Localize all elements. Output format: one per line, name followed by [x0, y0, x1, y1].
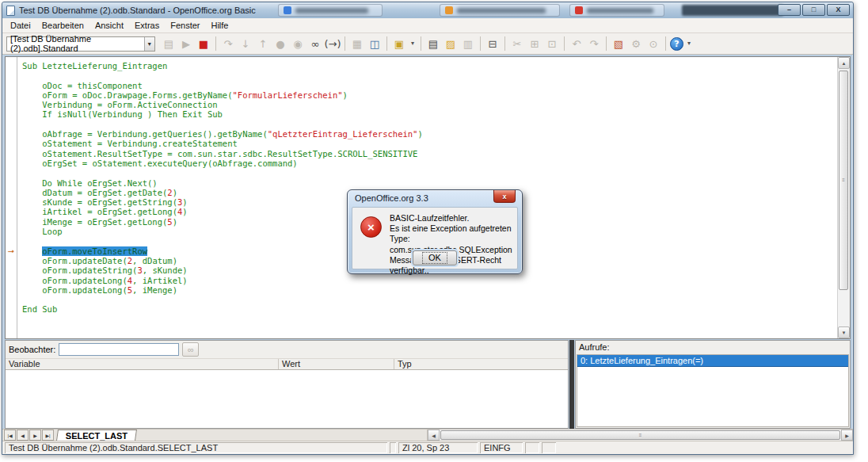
settings-icon: ⚙: [628, 36, 644, 52]
goto-icon[interactable]: (→): [325, 36, 341, 52]
app-icon: [575, 6, 583, 14]
watch-column-variable[interactable]: Variable: [6, 359, 279, 369]
dialog-message-line: BASIC-Laufzeitfehler.: [390, 213, 517, 223]
status-cursor-position: Zl 20, Sp 23: [398, 442, 478, 453]
title-bar[interactable]: Test DB Übernahme (2).odb.Standard - Ope…: [2, 2, 853, 18]
horizontal-scrollbar[interactable]: ◀ ≡ ▶: [427, 430, 853, 441]
toolbar-overflow-1-icon[interactable]: ▾: [409, 36, 417, 52]
close-button[interactable]: X: [827, 4, 850, 16]
menu-extras[interactable]: Extras: [129, 19, 165, 32]
basic-ide-window: Test DB Übernahme (2).odb.Standard - Ope…: [2, 2, 854, 455]
dialog-message-line: Es ist eine Exception aufgetreten: [390, 223, 517, 234]
execution-arrow-icon: →: [6, 246, 16, 254]
status-spare-cell: [542, 442, 556, 453]
toolbar-separator: [480, 36, 481, 51]
censored-window-tab[interactable]: [278, 4, 383, 17]
toolbar-separator: [215, 36, 216, 51]
menu-bar: DateiBearbeitenAnsichtExtrasFensterHilfe: [2, 18, 853, 33]
error-icon: ×: [360, 216, 382, 238]
tab-filler: [136, 430, 427, 441]
panel-splitter[interactable]: [569, 340, 574, 429]
code-line: oErgSet = oStatement.executeQuery(oAbfra…: [22, 158, 837, 168]
code-line: [22, 168, 837, 178]
watch-toolbar: Beobachter: ∞: [6, 341, 568, 358]
manage-breakpoints-icon: ◉: [290, 36, 306, 52]
tab-nav-buttons: |◀◀▶▶|: [4, 430, 55, 441]
status-document: Test DB Übernahme (2).odb.Standard.SELEC…: [5, 442, 387, 453]
maximize-icon: □: [812, 6, 816, 13]
horizontal-scroll-thumb[interactable]: ≡: [440, 430, 840, 440]
watch-panel: Beobachter: ∞ VariableWertTyp: [5, 340, 569, 429]
menu-bearbeiten[interactable]: Bearbeiten: [36, 19, 89, 32]
scroll-up-icon[interactable]: ▲: [838, 57, 850, 69]
open-icon[interactable]: ▨: [443, 36, 459, 52]
select-module-icon[interactable]: ▣: [391, 36, 407, 52]
watch-icon[interactable]: ∞: [307, 36, 323, 52]
maximize-button[interactable]: □: [802, 4, 825, 16]
prev-tab-icon[interactable]: ◀: [17, 430, 29, 441]
toolbar-separator: [564, 36, 565, 51]
censored-window-tab[interactable]: [569, 4, 664, 17]
code-line: [22, 295, 837, 304]
scroll-down-icon[interactable]: ▼: [838, 326, 850, 338]
menu-fenster[interactable]: Fenster: [165, 19, 205, 32]
code-line: Sub LetzteLieferung_Eintragen: [22, 61, 837, 71]
print-icon[interactable]: ⊟: [485, 36, 501, 52]
last-tab-icon[interactable]: ▶|: [42, 430, 54, 441]
library-select-value: [Test DB Übernahme (2).odb].Standard: [10, 34, 144, 53]
help-icon[interactable]: ?: [670, 37, 683, 51]
toolbar-icons: ▤▶■↷↓↑●◉∞(→)▦◫▣▾▤▨▥⊟✂⊞⊡↶↷▧⚙⊙?▾: [161, 36, 693, 52]
module-tab-row: |◀◀▶▶| SELECT_LAST ◀ ≡ ▶: [2, 429, 853, 441]
toolbar-separator: [665, 36, 666, 51]
breakpoint-margin[interactable]: →: [6, 57, 17, 338]
minimize-icon: –: [787, 6, 791, 13]
window-title: Test DB Übernahme (2).odb.Standard - Ope…: [19, 6, 256, 15]
toolbar: [Test DB Übernahme (2).odb].Standard ▼ ▤…: [2, 33, 853, 55]
toolbar-separator: [386, 36, 387, 51]
toolbar-separator: [421, 36, 421, 51]
toolbar-overflow-2-icon[interactable]: ▾: [685, 36, 693, 52]
call-stack-list[interactable]: 0: LetzteLieferung_Eintragen(=): [577, 354, 849, 427]
first-tab-icon[interactable]: |◀: [4, 430, 16, 441]
vertical-scroll-thumb[interactable]: ≡: [839, 71, 848, 290]
edit-watch-icon[interactable]: ∞: [182, 342, 199, 357]
code-line: oStatement = Verbindung.createStatement: [22, 139, 837, 148]
menu-ansicht[interactable]: Ansicht: [89, 19, 129, 32]
code-line: oForm.updateLong(5, iMenge): [22, 285, 837, 295]
single-step-icon: ↓: [238, 36, 253, 52]
vertical-scrollbar[interactable]: ▲ ≡ ▼: [837, 57, 850, 338]
ok-button-label: OK: [422, 252, 447, 264]
scroll-left-icon[interactable]: ◀: [428, 430, 440, 441]
code-line: oForm = oDoc.Drawpage.Forms.getByName("F…: [22, 90, 837, 100]
call-stack-label: Aufrufe:: [576, 341, 850, 354]
chevron-down-icon[interactable]: ▼: [144, 37, 154, 51]
minimize-button[interactable]: –: [778, 4, 801, 16]
menu-hilfe[interactable]: Hilfe: [205, 19, 234, 32]
catalog-icon[interactable]: ▧: [611, 36, 626, 52]
code-line: Do While oErgSet.Next(): [22, 178, 837, 188]
call-stack-item[interactable]: 0: LetzteLieferung_Eintragen(=): [577, 355, 848, 367]
dialogs-icon[interactable]: ◫: [367, 36, 383, 52]
new-module-icon[interactable]: ▤: [425, 36, 441, 52]
library-select[interactable]: [Test DB Übernahme (2).odb].Standard ▼: [6, 36, 155, 52]
dialog-close-icon[interactable]: x: [493, 190, 516, 203]
watch-column-typ[interactable]: Typ: [394, 359, 568, 369]
status-insert-mode[interactable]: EINFG: [480, 442, 523, 453]
ok-button[interactable]: OK: [413, 250, 457, 265]
debug-panels: Beobachter: ∞ VariableWertTyp Aufrufe: 0…: [2, 340, 853, 429]
scroll-right-icon[interactable]: ▶: [841, 430, 853, 441]
tab-select_last[interactable]: SELECT_LAST: [56, 430, 137, 441]
stop-icon[interactable]: ■: [196, 36, 211, 52]
watch-label: Beobachter:: [9, 345, 55, 354]
watch-column-wert[interactable]: Wert: [279, 359, 394, 369]
next-tab-icon[interactable]: ▶: [29, 430, 41, 441]
watch-table-body[interactable]: [6, 370, 568, 428]
module-tabs: SELECT_LAST: [55, 430, 136, 441]
code-line: End Sub: [22, 304, 837, 314]
watch-input[interactable]: [59, 343, 179, 356]
censored-window-tab[interactable]: [440, 4, 560, 17]
menu-datei[interactable]: Datei: [5, 19, 36, 32]
app-icon: [445, 6, 453, 14]
call-stack-panel: Aufrufe: 0: LetzteLieferung_Eintragen(=): [575, 340, 851, 429]
zoom-icon: ⊙: [645, 36, 661, 52]
